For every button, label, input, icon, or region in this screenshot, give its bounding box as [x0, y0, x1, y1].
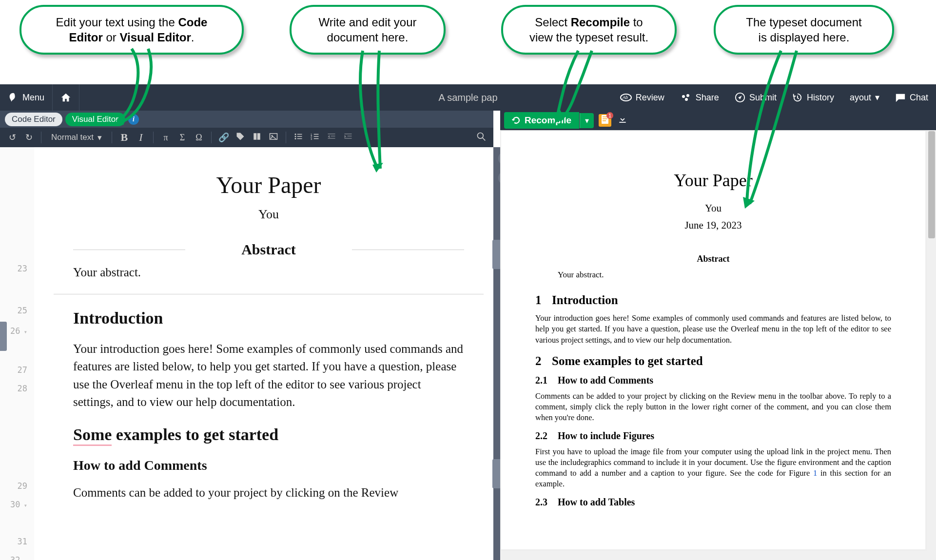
svg-rect-13	[297, 134, 302, 135]
doc-title[interactable]: Your Paper	[73, 172, 464, 198]
search-icon	[476, 132, 486, 144]
callout-preview: The typeset document is displayed here.	[714, 5, 894, 55]
pdf-title: Your Paper	[535, 170, 891, 191]
document-editor[interactable]: Your Paper You Abstract Your abstract. I…	[34, 147, 493, 560]
cite-button[interactable]	[233, 130, 248, 145]
subsection-heading[interactable]: How to add Comments	[73, 458, 464, 473]
indent-icon	[344, 132, 352, 143]
section-heading[interactable]: Introduction	[73, 309, 464, 328]
separator	[41, 132, 41, 143]
pdf-page[interactable]: Your Paper You June 19, 2023 Abstract Yo…	[501, 131, 925, 549]
sigma-button[interactable]: Σ	[175, 130, 190, 145]
text-style-select[interactable]: Normal text ▾	[46, 133, 107, 143]
refresh-icon	[512, 116, 521, 125]
numbered-list-icon: 123	[311, 132, 319, 143]
svg-rect-29	[344, 138, 351, 139]
tag-icon	[236, 132, 245, 143]
paragraph[interactable]: Comments can be added to your project by…	[73, 484, 464, 502]
line-number[interactable]: 32	[0, 551, 34, 560]
callout-recompile: Select Recompile to view the typeset res…	[501, 5, 677, 55]
warning-badge: 1	[606, 112, 613, 119]
svg-rect-15	[297, 136, 302, 137]
image-icon	[269, 132, 278, 143]
editor-pane: 23 25 26 27 28 29 30 31 32 33 34 Your Pa…	[0, 147, 493, 560]
svg-point-16	[294, 138, 296, 139]
abstract-body[interactable]: Your abstract.	[73, 266, 464, 279]
bold-button[interactable]: B	[117, 130, 132, 145]
abstract-heading: Abstract	[73, 241, 464, 258]
share-icon	[680, 93, 692, 102]
indent-button[interactable]	[341, 130, 355, 145]
logs-button[interactable]: 1	[599, 114, 611, 127]
ref-button[interactable]	[250, 130, 264, 145]
omega-button[interactable]: Ω	[192, 130, 206, 145]
callout-text: view the typeset result.	[529, 31, 648, 44]
svg-rect-19	[314, 134, 319, 135]
chevron-down-icon: ▾	[875, 92, 879, 103]
pdf-abstract-head: Abstract	[535, 254, 891, 264]
svg-rect-24	[328, 134, 335, 135]
pdf-date: June 19, 2023	[535, 219, 891, 232]
callout-tail	[358, 51, 387, 173]
image-button[interactable]	[266, 130, 281, 145]
review-button[interactable]: Ab Review	[612, 84, 672, 111]
outdent-button[interactable]	[324, 130, 339, 145]
svg-point-12	[294, 134, 296, 135]
undo-icon: ↺	[9, 132, 16, 143]
bullet-list-button[interactable]	[291, 130, 306, 145]
line-number: 25	[0, 301, 34, 322]
svg-point-8	[685, 98, 688, 101]
undo-button[interactable]: ↺	[5, 130, 20, 145]
sigma-icon: Σ	[180, 133, 185, 143]
svg-rect-23	[314, 138, 319, 139]
search-button[interactable]	[474, 130, 488, 145]
svg-rect-35	[603, 120, 606, 121]
paragraph[interactable]: Your introduction goes here! Some exampl…	[73, 340, 464, 411]
pdf-subsection: 2.1How to add Comments	[535, 375, 891, 386]
expand-sidebar-handle[interactable]	[0, 322, 7, 351]
link-button[interactable]: 🔗	[216, 130, 231, 145]
italic-button[interactable]: I	[134, 130, 148, 145]
home-icon	[60, 92, 71, 103]
svg-marker-2	[554, 109, 565, 124]
pane-divider[interactable]: ➜ ➜	[493, 147, 500, 560]
layout-button[interactable]: ayout ▾	[842, 84, 887, 111]
divider-line	[54, 294, 484, 294]
line-gutter: 23 25 26 27 28 29 30 31 32 33 34	[0, 147, 34, 560]
project-title[interactable]: A sample pap	[438, 92, 497, 103]
numbered-list-button[interactable]: 123	[308, 130, 322, 145]
share-button[interactable]: Share	[672, 84, 727, 111]
separator	[112, 132, 112, 143]
section-heading[interactable]: Some examples to get started	[73, 425, 464, 444]
line-number[interactable]: 30	[0, 495, 34, 532]
home-button[interactable]	[53, 84, 79, 111]
code-editor-tab[interactable]: Code Editor	[5, 113, 62, 126]
svg-point-7	[686, 94, 689, 97]
callout-text-bold: Visual Editor	[120, 31, 191, 44]
separator	[211, 132, 212, 143]
svg-rect-25	[331, 135, 335, 136]
line-number: 23	[0, 259, 34, 301]
chat-label: Chat	[910, 93, 928, 103]
callout-text: Edit your text using the	[56, 16, 178, 29]
chat-button[interactable]: Chat	[887, 84, 936, 111]
scrollbar-thumb[interactable]	[928, 131, 935, 238]
redo-icon: ↻	[25, 132, 33, 143]
svg-rect-21	[314, 136, 319, 137]
svg-text:Ab: Ab	[622, 95, 628, 100]
callout-text: Select	[535, 16, 570, 29]
bold-icon: B	[121, 131, 128, 144]
doc-author[interactable]: You	[73, 207, 464, 222]
horizontal-scrollbar[interactable]	[500, 551, 927, 560]
svg-rect-27	[344, 134, 351, 135]
callout-text: document here.	[327, 31, 409, 44]
menu-button[interactable]: Menu	[0, 84, 53, 111]
svg-rect-26	[328, 138, 335, 139]
redo-button[interactable]: ↻	[21, 130, 36, 145]
vertical-scrollbar[interactable]	[927, 130, 936, 560]
pdf-section: 1Introduction	[535, 293, 891, 307]
callout-text: The typeset document	[746, 16, 861, 29]
pi-button[interactable]: π	[158, 130, 173, 145]
callout-editor-area: Write and edit your document here.	[290, 5, 446, 55]
download-button[interactable]	[616, 114, 629, 127]
